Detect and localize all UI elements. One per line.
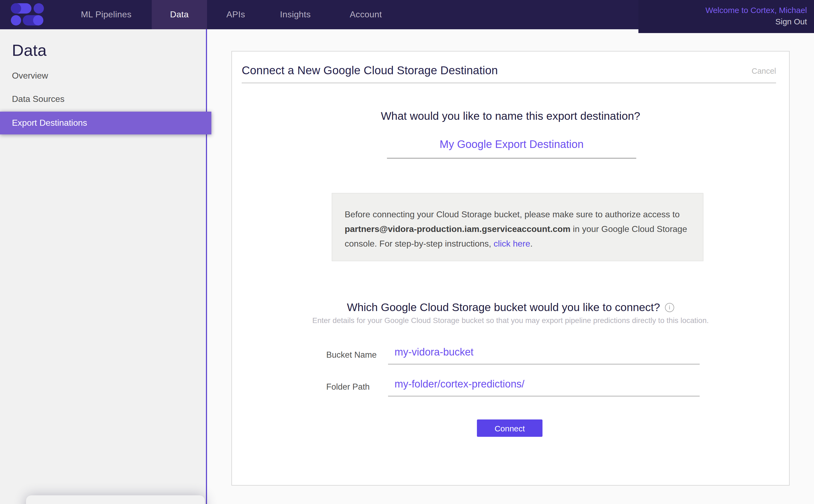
- card-title: Connect a New Google Cloud Storage Desti…: [242, 64, 498, 77]
- bucket-subtext: Enter details for your Google Cloud Stor…: [232, 316, 789, 325]
- nav-item-insights[interactable]: Insights: [267, 0, 324, 29]
- user-panel: Welcome to Cortex, Michael Sign Out: [638, 0, 814, 33]
- cancel-button[interactable]: Cancel: [752, 67, 776, 75]
- folder-path-input[interactable]: my-folder/cortex-predictions/: [395, 378, 524, 390]
- name-question: What would you like to name this export …: [232, 109, 789, 122]
- sidebar-item-overview[interactable]: Overview: [12, 71, 48, 81]
- notice-period: .: [530, 239, 533, 248]
- info-icon[interactable]: i: [665, 303, 674, 312]
- title-divider: [242, 82, 776, 83]
- logo-shape: [34, 3, 44, 14]
- sidebar-item-data-sources[interactable]: Data Sources: [12, 94, 64, 104]
- nav-item-account[interactable]: Account: [338, 0, 394, 29]
- sidebar-item-export-destinations-active[interactable]: Export Destinations: [0, 112, 211, 134]
- notice-line2: in your Google Cloud Storage: [570, 224, 687, 234]
- bucket-name-input[interactable]: my-vidora-bucket: [395, 346, 473, 358]
- click-here-link[interactable]: click here: [494, 239, 530, 248]
- connect-button[interactable]: Connect: [477, 419, 542, 437]
- sidebar-title: Data: [12, 41, 47, 60]
- nav-item-data-active[interactable]: Data: [152, 0, 207, 29]
- authorization-notice: Before connecting your Cloud Storage buc…: [332, 193, 703, 261]
- bucket-question: Which Google Cloud Storage bucket would …: [347, 301, 660, 314]
- bucket-name-underline: [388, 364, 700, 365]
- service-account-email: partners@vidora-production.iam.gservicea…: [345, 224, 570, 234]
- folder-path-label: Folder Path: [326, 382, 370, 392]
- destination-name-input[interactable]: My Google Export Destination: [387, 138, 636, 159]
- bottom-panel-shadow: [26, 495, 205, 504]
- vidora-logo-icon[interactable]: [11, 3, 44, 25]
- notice-line3: console. For step-by-step instructions,: [345, 239, 494, 248]
- bucket-question-row: Which Google Cloud Storage bucket would …: [232, 301, 789, 314]
- app-viewport: ML Pipelines Data APIs Insights Account …: [0, 0, 814, 504]
- folder-path-underline: [388, 396, 700, 397]
- logo-shape: [33, 15, 43, 25]
- data-sidebar: Data Overview Data Sources Export Destin…: [0, 29, 207, 504]
- welcome-text: Welcome to Cortex, Michael: [638, 5, 807, 15]
- nav-item-ml-pipelines[interactable]: ML Pipelines: [62, 0, 150, 29]
- notice-line1: Before connecting your Cloud Storage buc…: [345, 210, 680, 219]
- logo-shape: [11, 3, 21, 14]
- bucket-name-label: Bucket Name: [326, 350, 377, 360]
- logo-shape: [11, 15, 21, 25]
- nav-item-apis[interactable]: APIs: [214, 0, 257, 29]
- connect-destination-card: Connect a New Google Cloud Storage Desti…: [231, 51, 790, 486]
- sign-out-link[interactable]: Sign Out: [775, 15, 807, 28]
